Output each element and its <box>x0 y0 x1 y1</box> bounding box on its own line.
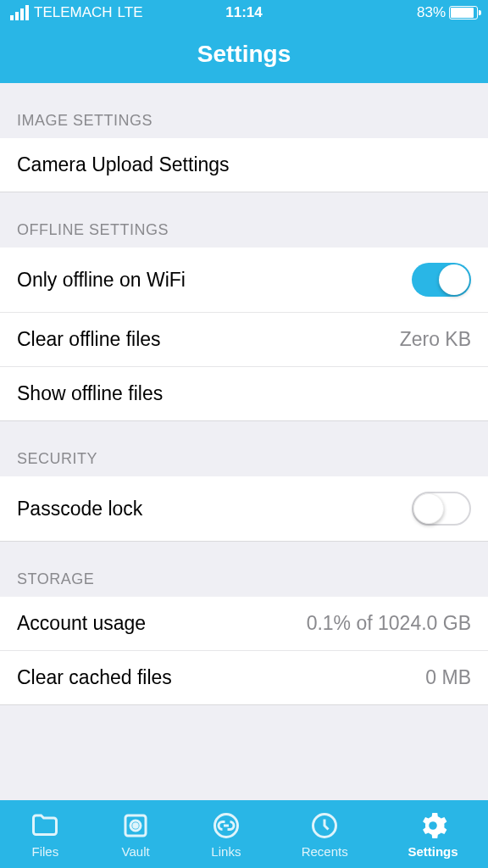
row-clear-offline-files[interactable]: Clear offline files Zero KB <box>0 313 488 367</box>
tab-bar: Files Vault Links Recents Settings <box>0 800 488 868</box>
folder-icon <box>30 810 60 841</box>
row-value: 0.1% of 1024.0 GB <box>307 612 471 635</box>
settings-scroll[interactable]: IMAGE SETTINGS Camera Upload Settings OF… <box>0 83 488 800</box>
battery-percent: 83% <box>417 4 446 21</box>
section-header-storage: STORAGE <box>0 542 488 597</box>
row-label: Passcode lock <box>17 498 142 520</box>
tab-files[interactable]: Files <box>30 810 60 859</box>
status-time: 11:14 <box>166 4 322 21</box>
toggle-only-offline-on-wifi[interactable] <box>412 263 471 297</box>
battery-icon <box>449 6 478 19</box>
tab-label: Files <box>32 844 59 859</box>
section-header-security: SECURITY <box>0 421 488 476</box>
toggle-passcode-lock[interactable] <box>412 492 471 526</box>
row-account-usage[interactable]: Account usage 0.1% of 1024.0 GB <box>0 597 488 651</box>
link-icon <box>211 810 241 841</box>
row-only-offline-on-wifi[interactable]: Only offline on WiFi <box>0 248 488 313</box>
row-label: Only offline on WiFi <box>17 269 186 292</box>
status-bar: TELEMACH LTE 11:14 83% <box>0 0 488 25</box>
signal-icon <box>10 5 29 20</box>
row-passcode-lock[interactable]: Passcode lock <box>0 476 488 542</box>
section-header-image: IMAGE SETTINGS <box>0 83 488 138</box>
row-label: Clear offline files <box>17 328 161 351</box>
network-label: LTE <box>118 4 143 21</box>
section-offline-settings: OFFLINE SETTINGS Only offline on WiFi Cl… <box>0 192 488 421</box>
carrier-label: TELEMACH <box>34 4 113 21</box>
svg-point-2 <box>134 823 138 827</box>
section-storage: STORAGE Account usage 0.1% of 1024.0 GB … <box>0 542 488 705</box>
tab-links[interactable]: Links <box>211 810 241 859</box>
vault-icon <box>120 810 151 841</box>
section-image-settings: IMAGE SETTINGS Camera Upload Settings <box>0 83 488 192</box>
tab-recents[interactable]: Recents <box>302 810 348 859</box>
page-title: Settings <box>0 25 488 83</box>
section-security: SECURITY Passcode lock <box>0 421 488 542</box>
tab-label: Vault <box>122 844 150 859</box>
svg-point-5 <box>429 821 437 830</box>
row-label: Clear cached files <box>17 666 172 689</box>
section-header-offline: OFFLINE SETTINGS <box>0 192 488 248</box>
tab-label: Recents <box>302 844 348 859</box>
row-show-offline-files[interactable]: Show offline files <box>0 367 488 421</box>
tab-settings[interactable]: Settings <box>408 810 458 859</box>
gear-icon <box>418 810 448 841</box>
row-label: Show offline files <box>17 382 163 405</box>
tab-label: Settings <box>408 844 458 859</box>
tab-vault[interactable]: Vault <box>120 810 151 859</box>
tab-label: Links <box>211 844 241 859</box>
row-camera-upload-settings[interactable]: Camera Upload Settings <box>0 138 488 192</box>
row-value: 0 MB <box>425 666 471 689</box>
page-title-text: Settings <box>197 41 291 68</box>
row-clear-cached-files[interactable]: Clear cached files 0 MB <box>0 651 488 705</box>
row-label: Account usage <box>17 612 146 635</box>
row-value: Zero KB <box>400 328 471 351</box>
clock-icon <box>309 810 340 841</box>
row-label: Camera Upload Settings <box>17 153 230 176</box>
